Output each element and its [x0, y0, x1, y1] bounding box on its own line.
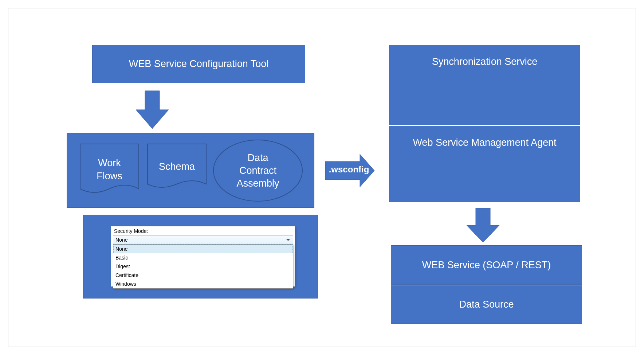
box-management-agent: Web Service Management Agent: [389, 126, 580, 202]
sync-service-label: Synchronization Service: [432, 56, 538, 67]
security-option-certificate[interactable]: Certificate: [113, 271, 293, 280]
arrow-down-icon: [134, 88, 170, 133]
security-mode-select[interactable]: None: [113, 235, 293, 244]
svg-marker-0: [136, 91, 169, 129]
security-mode-panel: Security Mode: None None Basic Digest Ce…: [111, 226, 295, 286]
box-sync-service: Synchronization Service: [389, 45, 580, 125]
config-tool-label: WEB Service Configuration Tool: [129, 58, 269, 70]
data-source-label: Data Source: [459, 299, 514, 310]
box-config-tool: WEB Service Configuration Tool: [92, 45, 305, 83]
security-option-none[interactable]: None: [113, 245, 293, 253]
security-mode-label: Security Mode:: [114, 228, 148, 234]
management-agent-label: Web Service Management Agent: [413, 137, 556, 148]
wsconfig-label: .wsconfig: [327, 164, 371, 175]
ellipse-data-contract: Data Contract Assembly: [212, 139, 303, 203]
security-option-basic[interactable]: Basic: [113, 253, 293, 262]
security-option-digest[interactable]: Digest: [113, 262, 293, 271]
box-web-service: WEB Service (SOAP / REST): [391, 245, 582, 285]
web-service-label: WEB Service (SOAP / REST): [422, 260, 551, 271]
security-option-windows[interactable]: Windows: [113, 280, 293, 288]
workflows-label: Work Flows: [93, 153, 126, 186]
data-contract-label: Data Contract Assembly: [212, 139, 303, 203]
security-mode-dropdown: None Basic Digest Certificate Windows: [113, 244, 293, 289]
security-selected-value: None: [115, 237, 127, 243]
svg-marker-3: [467, 208, 499, 242]
diagram-canvas: WEB Service Configuration Tool Work Flow…: [8, 8, 636, 347]
schema-label: Schema: [155, 157, 199, 177]
box-data-source: Data Source: [391, 285, 582, 324]
doc-schema: Schema: [147, 143, 207, 191]
doc-workflows: Work Flows: [79, 143, 140, 196]
arrow-down-icon-2: [465, 205, 501, 247]
